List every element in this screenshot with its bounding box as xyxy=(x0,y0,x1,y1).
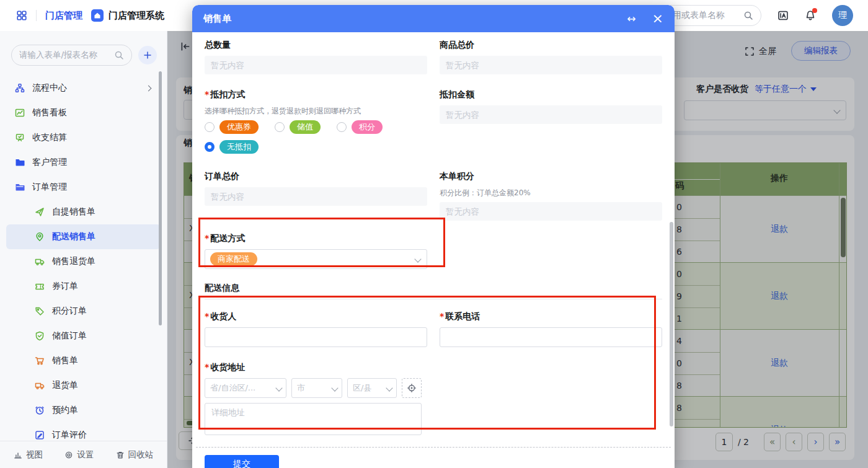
chevron-down-icon xyxy=(386,384,392,391)
tag-icon xyxy=(35,306,45,316)
sidebar-item-sales-order[interactable]: 销售单 xyxy=(6,348,161,373)
deduction-amount-input[interactable] xyxy=(440,105,662,124)
field-label-phone: 联系电话 xyxy=(445,311,480,321)
bar-chart-icon xyxy=(14,451,22,459)
sidebar-item-delivery-sales[interactable]: 配送销售单 xyxy=(6,224,161,249)
sidebar-footer: 视图 设置 回收站 xyxy=(0,441,167,468)
modal-title: 销售单 xyxy=(203,13,611,25)
modal-body: 总数量 商品总价 *抵扣方式 选择哪种抵扣方式，退货退款时则退回哪种方式 优惠券 xyxy=(192,32,675,468)
delivery-method-select[interactable]: 商家配送 xyxy=(205,249,427,269)
radio-icon xyxy=(337,122,347,132)
deduction-option-none[interactable]: 无抵扣 xyxy=(205,140,259,154)
field-label-goods-total: 商品总价 xyxy=(440,38,662,51)
org-chart-icon xyxy=(15,83,25,93)
sidebar-item-coupon-order[interactable]: 券订单 xyxy=(6,274,161,299)
submit-button[interactable]: 提交 xyxy=(205,455,279,468)
sidebar-item-process-center[interactable]: 流程中心 xyxy=(6,76,161,100)
view-button[interactable]: 视图 xyxy=(14,449,43,461)
settings-button[interactable]: 设置 xyxy=(64,449,94,461)
chevron-down-icon xyxy=(414,255,421,262)
sidebar-item-return-order[interactable]: 退货单 xyxy=(6,373,161,398)
sidebar-menu: 流程中心 销售看板 收支结算 客户管理 订单管理 自提销售单 xyxy=(0,69,167,448)
order-total-input[interactable] xyxy=(205,187,427,206)
delivery-method-value: 商家配送 xyxy=(210,252,257,266)
sidebar-item-points-order[interactable]: 积分订单 xyxy=(6,299,161,324)
system-name[interactable]: 门店管理系统 xyxy=(91,9,164,22)
consignee-input[interactable] xyxy=(205,327,427,347)
expand-modal-icon[interactable]: ↔ xyxy=(627,12,636,25)
field-label-consignee: 收货人 xyxy=(210,311,236,321)
user-avatar[interactable]: 理 xyxy=(832,5,853,26)
radio-selected-icon xyxy=(205,142,215,152)
deduction-help-text: 选择哪种抵扣方式，退货退款时则退回哪种方式 xyxy=(205,105,427,117)
location-pin-icon xyxy=(35,232,45,242)
field-label-deduction-amount: 抵扣金额 xyxy=(440,88,662,100)
add-form-button[interactable] xyxy=(138,46,157,64)
sidebar-item-customer-mgmt[interactable]: 客户管理 xyxy=(6,150,161,175)
sidebar-item-stored-value-order[interactable]: 储值订单 xyxy=(6,324,161,348)
clock-icon xyxy=(35,405,45,415)
notification-bell[interactable] xyxy=(805,10,816,21)
shield-check-icon xyxy=(35,331,45,341)
deduction-option-coupon[interactable]: 优惠券 xyxy=(205,120,259,134)
translate-icon[interactable] xyxy=(777,10,789,21)
section-divider xyxy=(205,299,662,299)
province-select[interactable]: 省/自治区/... xyxy=(205,378,286,398)
breadcrumb-app[interactable]: 门店管理 xyxy=(45,10,82,22)
ticket-icon xyxy=(35,281,45,291)
sidebar-item-sales-board[interactable]: 销售看板 xyxy=(6,100,161,125)
address-detail-textarea[interactable] xyxy=(205,403,422,435)
sidebar-search-input[interactable]: 请输入表单/报表名称 xyxy=(11,45,132,66)
order-points-input[interactable] xyxy=(440,202,662,221)
radio-icon xyxy=(275,122,285,132)
chevron-down-icon xyxy=(331,384,338,391)
modal-scrollbar[interactable] xyxy=(670,222,673,426)
sidebar-item-pickup-sales[interactable]: 自提销售单 xyxy=(6,200,161,224)
radio-icon xyxy=(205,122,215,132)
district-select[interactable]: 区/县 xyxy=(347,378,397,398)
modal-header: 销售单 ↔ × xyxy=(192,5,675,32)
delivery-info-section-title: 配送信息 xyxy=(205,283,662,295)
goods-total-input[interactable] xyxy=(440,56,662,74)
close-icon[interactable]: × xyxy=(652,12,663,25)
field-label-deduction: 抵扣方式 xyxy=(210,89,245,99)
field-label-total-qty: 总数量 xyxy=(205,38,427,51)
truck-icon xyxy=(35,257,45,267)
line-chart-icon xyxy=(15,108,25,118)
folder-icon xyxy=(15,157,25,167)
deduction-option-points[interactable]: 积分 xyxy=(337,120,383,134)
search-icon xyxy=(743,11,753,20)
city-select[interactable]: 市 xyxy=(291,378,342,398)
pen-square-icon xyxy=(35,430,45,440)
app-root: 门店管理 门店管理系统 应用或表单名称 理 请输入表单/报表名称 xyxy=(0,0,868,468)
sidebar-item-sales-return[interactable]: 销售退货单 xyxy=(6,249,161,274)
phone-input[interactable] xyxy=(440,327,662,347)
sales-order-modal: 销售单 ↔ × 总数量 商品总价 *抵扣方式 选择哪种抵扣方式，退货退款时则退回… xyxy=(192,5,675,468)
footer-divider xyxy=(196,447,671,448)
field-label-delivery-method: 配送方式 xyxy=(210,233,245,243)
app-grid-icon[interactable] xyxy=(16,10,27,21)
total-qty-input[interactable] xyxy=(205,56,427,74)
folder-open-icon xyxy=(15,182,25,192)
field-label-order-total: 订单总价 xyxy=(205,170,427,182)
home-icon xyxy=(91,9,104,22)
send-icon xyxy=(35,207,45,217)
field-label-order-points: 本单积分 xyxy=(440,170,662,182)
gear-icon xyxy=(64,451,73,459)
cart-icon xyxy=(35,356,45,366)
trash-icon xyxy=(116,451,125,459)
deduction-option-stored-value[interactable]: 储值 xyxy=(275,120,321,134)
locate-button[interactable] xyxy=(402,378,422,398)
points-ratio-help-text: 积分比例：订单总金额20% xyxy=(440,187,662,198)
sidebar-item-reservation-order[interactable]: 预约单 xyxy=(6,398,161,423)
notification-dot xyxy=(812,8,817,13)
sidebar-item-order-mgmt[interactable]: 订单管理 xyxy=(6,175,161,200)
truck-icon xyxy=(35,381,45,391)
field-label-address: 收货地址 xyxy=(210,362,245,372)
chevron-down-icon xyxy=(275,384,282,391)
sidebar-scrollbar[interactable] xyxy=(159,71,162,325)
recycle-bin-button[interactable]: 回收站 xyxy=(116,449,154,461)
search-icon xyxy=(114,50,124,60)
presentation-board-icon xyxy=(15,133,25,143)
sidebar-item-settlement[interactable]: 收支结算 xyxy=(6,125,161,150)
